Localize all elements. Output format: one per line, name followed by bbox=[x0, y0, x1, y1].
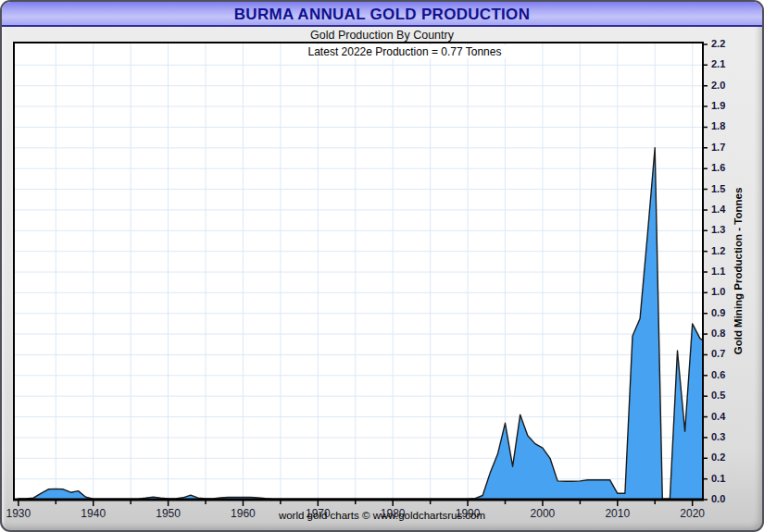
y-axis-title: Gold Mining Production - Tonnes bbox=[733, 188, 744, 355]
latest-production-annotation: Latest 2022e Production = 0.77 Tonnes bbox=[303, 45, 507, 58]
area-chart-canvas bbox=[2, 2, 764, 532]
footer-credit: world gold charts © www.goldchartsrus.co… bbox=[2, 510, 762, 521]
chart-window: BURMA ANNUAL GOLD PRODUCTION Gold Produc… bbox=[0, 0, 764, 532]
